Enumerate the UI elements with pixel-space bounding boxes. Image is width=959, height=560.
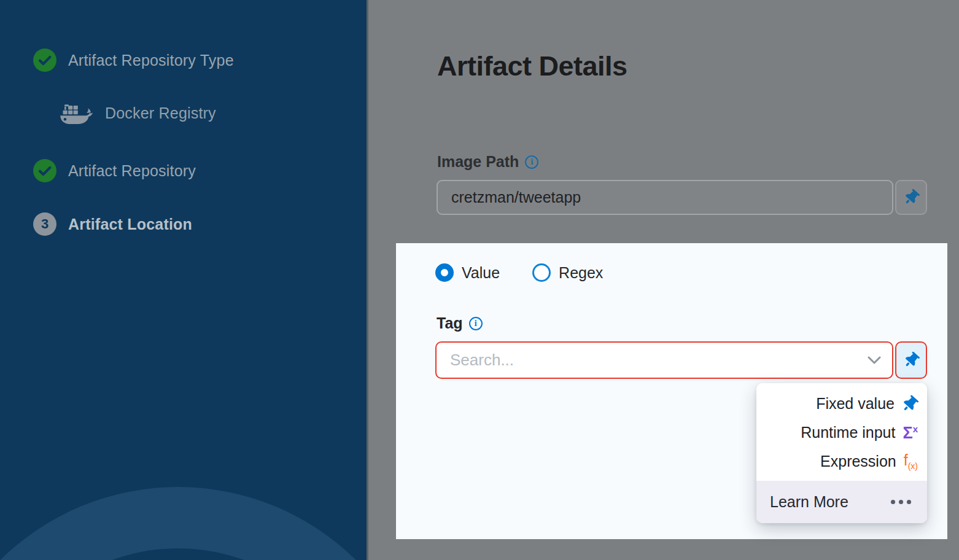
- radio-value[interactable]: [435, 263, 454, 282]
- tag-search-input[interactable]: [435, 341, 893, 379]
- image-path-label-row: Image Path i: [437, 153, 538, 171]
- step-label: Artifact Location: [68, 216, 192, 233]
- menu-item-label: Runtime input: [801, 424, 895, 441]
- menu-item-label: Expression: [820, 453, 896, 470]
- step-label: Artifact Repository: [68, 162, 196, 180]
- info-icon[interactable]: i: [469, 317, 483, 330]
- radio-value-label[interactable]: Value: [462, 264, 500, 282]
- artifact-wizard-screen: Artifact Repository Type Docker Re: [0, 0, 959, 560]
- tag-value-type-button[interactable]: [895, 341, 927, 379]
- sigma-x-icon: Σx: [903, 424, 918, 441]
- sidebar-step-artifact-repository-type[interactable]: Artifact Repository Type: [33, 47, 234, 74]
- tag-label-row: Tag i: [437, 314, 483, 332]
- sidebar-decorative-arc: [0, 0, 368, 560]
- fx-icon: f(x): [904, 453, 918, 470]
- pin-icon: [900, 349, 922, 371]
- image-path-value-type-button[interactable]: [895, 180, 927, 215]
- wizard-steps-sidebar: Artifact Repository Type Docker Re: [0, 0, 368, 560]
- check-circle-icon: [33, 159, 56, 182]
- step-label: Docker Registry: [105, 104, 216, 122]
- chevron-down-icon[interactable]: [868, 356, 881, 365]
- value-type-menu-footer: Learn More: [756, 481, 927, 523]
- radio-regex-label[interactable]: Regex: [559, 264, 603, 282]
- sidebar-step-artifact-location[interactable]: 3 Artifact Location: [33, 211, 192, 238]
- value-type-menu-items: Fixed value Runtime input Σx Expression …: [756, 383, 927, 481]
- value-type-menu: Fixed value Runtime input Σx Expression …: [756, 383, 927, 523]
- step-label: Artifact Repository Type: [68, 52, 234, 69]
- menu-item-expression[interactable]: Expression f(x): [756, 447, 927, 476]
- step-number-badge: 3: [33, 212, 56, 236]
- pin-icon: [900, 187, 922, 208]
- menu-item-fixed-value[interactable]: Fixed value: [756, 389, 927, 418]
- sidebar-substep-docker-registry[interactable]: Docker Registry: [58, 99, 216, 126]
- docker-whale-icon: [58, 99, 93, 127]
- page-title: Artifact Details: [437, 50, 627, 82]
- image-path-field-group: [437, 180, 927, 215]
- tag-label: Tag: [437, 314, 463, 332]
- menu-item-runtime-input[interactable]: Runtime input Σx: [756, 418, 927, 447]
- tag-type-radio-group: Value Regex: [435, 263, 603, 282]
- sidebar-step-artifact-repository[interactable]: Artifact Repository: [33, 157, 196, 184]
- radio-regex[interactable]: [532, 263, 551, 282]
- info-icon[interactable]: i: [525, 155, 538, 169]
- image-path-label: Image Path: [437, 153, 519, 171]
- pin-icon: [899, 392, 922, 415]
- check-circle-icon: [33, 49, 56, 72]
- image-path-input[interactable]: [437, 180, 893, 215]
- menu-item-label: Fixed value: [816, 395, 895, 413]
- tag-field-group: [435, 341, 927, 379]
- learn-more-link[interactable]: Learn More: [770, 493, 848, 511]
- more-options-icon[interactable]: [891, 500, 911, 504]
